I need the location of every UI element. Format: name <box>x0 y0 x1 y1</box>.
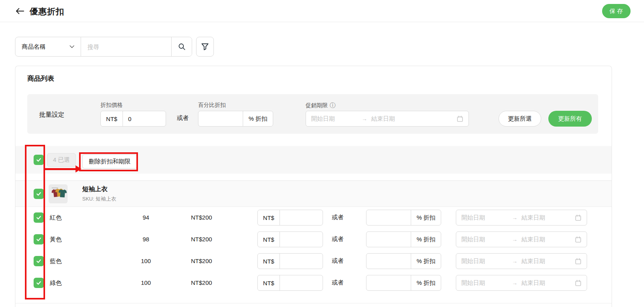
variant-name: 藍色 <box>50 258 62 265</box>
variant-name: 綠色 <box>50 279 62 287</box>
calendar-icon <box>575 214 582 221</box>
filter-funnel-icon <box>201 43 209 51</box>
variant-promo-date-range[interactable]: 開始日期 → 結束日期 <box>456 231 587 247</box>
variant-percent-discount-input[interactable] <box>366 254 411 269</box>
save-button[interactable]: 保 存 <box>602 4 631 18</box>
back-button[interactable] <box>15 7 25 15</box>
variant-list: 紅色 94 NT$200 NT$ 或者 % 折扣 開始日期 → 結束日期 黃 <box>15 207 612 294</box>
currency-prefix: NT$ <box>258 254 280 269</box>
check-icon <box>36 191 42 197</box>
end-date-placeholder: 結束日期 <box>521 279 575 287</box>
or-label: 或者 <box>332 214 344 221</box>
start-date-placeholder: 開始日期 <box>461 279 508 287</box>
percent-suffix: % 折扣 <box>411 210 441 225</box>
variant-quantity: 100 <box>128 258 164 264</box>
variant-percent-discount-field: % 折扣 <box>366 275 441 291</box>
product-sku: SKU: 短袖上衣 <box>82 195 116 203</box>
variant-row: 綠色 100 NT$200 NT$ 或者 % 折扣 開始日期 → 結束日期 <box>15 272 612 294</box>
variant-percent-discount-field: % 折扣 <box>366 231 441 247</box>
batch-percent-discount-input[interactable] <box>198 111 243 126</box>
variant-percent-discount-input[interactable] <box>366 210 411 225</box>
batch-settings-label: 批量設定 <box>39 111 64 119</box>
search-icon <box>178 43 186 51</box>
variant-promo-date-range[interactable]: 開始日期 → 結束日期 <box>456 253 587 269</box>
back-arrow-icon <box>15 8 25 15</box>
filter-button[interactable] <box>196 37 214 57</box>
variant-price: NT$200 <box>191 214 212 221</box>
variant-percent-discount-field: % 折扣 <box>366 210 441 226</box>
product-name: 短袖上衣 <box>82 185 116 193</box>
variant-checkbox-checked[interactable] <box>34 278 44 288</box>
selected-count-button[interactable]: 4 已選 <box>47 153 76 167</box>
batch-settings: 批量設定 折扣價格 NT$ 或者 百分比折扣 % 折扣 促銷期限 ⓘ 開始日期 … <box>27 94 598 134</box>
percent-suffix: % 折扣 <box>411 254 441 269</box>
percent-discount-label: 百分比折扣 <box>198 102 226 109</box>
variant-checkbox-checked[interactable] <box>34 234 44 244</box>
percent-suffix: % 折扣 <box>411 232 441 247</box>
variant-row: 紅色 94 NT$200 NT$ 或者 % 折扣 開始日期 → 結束日期 <box>15 207 612 229</box>
variant-price: NT$200 <box>191 279 212 286</box>
update-all-button[interactable]: 更新所有 <box>548 111 592 127</box>
product-row: 短袖上衣 SKU: 短袖上衣 <box>15 180 612 207</box>
start-date-placeholder: 開始日期 <box>461 258 508 265</box>
or-label: 或者 <box>332 257 344 265</box>
chevron-down-icon <box>70 45 74 48</box>
variant-discount-price-field: NT$ <box>257 253 323 269</box>
variant-discount-price-field: NT$ <box>257 231 323 247</box>
currency-prefix: NT$ <box>258 232 280 247</box>
variant-discount-price-input[interactable] <box>280 254 323 269</box>
variant-percent-discount-field: % 折扣 <box>366 253 441 269</box>
variant-discount-price-input[interactable] <box>280 210 323 225</box>
batch-discount-price-input[interactable] <box>123 111 166 126</box>
search-category-select[interactable]: 商品名稱 <box>15 37 81 56</box>
currency-prefix: NT$ <box>101 111 123 126</box>
top-bar: 優惠折扣 保 存 <box>0 0 644 22</box>
product-list-panel: 商品列表 批量設定 折扣價格 NT$ 或者 百分比折扣 % 折扣 促銷期限 ⓘ … <box>15 66 612 307</box>
variant-discount-price-input[interactable] <box>280 275 323 290</box>
selection-toolbar: 4 已選 刪除折扣和期限 <box>15 146 612 174</box>
range-arrow-icon: → <box>512 236 517 243</box>
variant-quantity: 94 <box>128 214 164 221</box>
variant-discount-price-input[interactable] <box>280 232 323 247</box>
variant-discount-price-field: NT$ <box>257 210 323 226</box>
calendar-icon <box>575 258 582 265</box>
variant-percent-discount-input[interactable] <box>366 232 411 247</box>
start-date-placeholder: 開始日期 <box>311 115 358 123</box>
variant-quantity: 98 <box>128 236 164 243</box>
search-toolbar: 商品名稱 <box>15 37 214 57</box>
percent-suffix: % 折扣 <box>243 111 273 126</box>
remove-discount-button[interactable]: 刪除折扣和期限 <box>82 154 137 169</box>
check-icon <box>36 215 42 220</box>
variant-row: 黃色 98 NT$200 NT$ 或者 % 折扣 開始日期 → 結束日期 <box>15 229 612 250</box>
product-checkbox-checked[interactable] <box>34 189 44 199</box>
range-arrow-icon: → <box>512 280 517 286</box>
percent-suffix: % 折扣 <box>411 275 441 290</box>
info-icon: ⓘ <box>330 102 336 109</box>
variant-price: NT$200 <box>191 236 212 243</box>
variant-name: 黃色 <box>50 236 62 243</box>
check-icon <box>36 258 42 264</box>
variant-checkbox-checked[interactable] <box>34 256 44 266</box>
select-all-checkbox-checked[interactable] <box>34 155 44 165</box>
variant-price: NT$200 <box>191 258 212 264</box>
start-date-placeholder: 開始日期 <box>461 236 508 243</box>
divider <box>15 303 612 303</box>
or-label: 或者 <box>177 114 189 122</box>
range-arrow-icon: → <box>362 116 367 122</box>
variant-percent-discount-input[interactable] <box>366 275 411 290</box>
product-list-title: 商品列表 <box>27 74 54 83</box>
page-title: 優惠折扣 <box>30 6 64 17</box>
range-arrow-icon: → <box>512 214 517 221</box>
check-icon <box>36 237 42 242</box>
variant-checkbox-checked[interactable] <box>34 212 44 223</box>
variant-name: 紅色 <box>50 214 62 222</box>
range-arrow-icon: → <box>512 258 517 264</box>
end-date-placeholder: 結束日期 <box>521 236 575 243</box>
variant-promo-date-range[interactable]: 開始日期 → 結束日期 <box>456 275 587 291</box>
search-input[interactable] <box>81 37 171 56</box>
variant-promo-date-range[interactable]: 開始日期 → 結束日期 <box>456 210 587 226</box>
or-label: 或者 <box>332 235 344 243</box>
search-button[interactable] <box>171 37 192 56</box>
batch-promo-date-range[interactable]: 開始日期 → 結束日期 <box>306 111 469 127</box>
update-selected-button[interactable]: 更新所選 <box>499 111 541 127</box>
